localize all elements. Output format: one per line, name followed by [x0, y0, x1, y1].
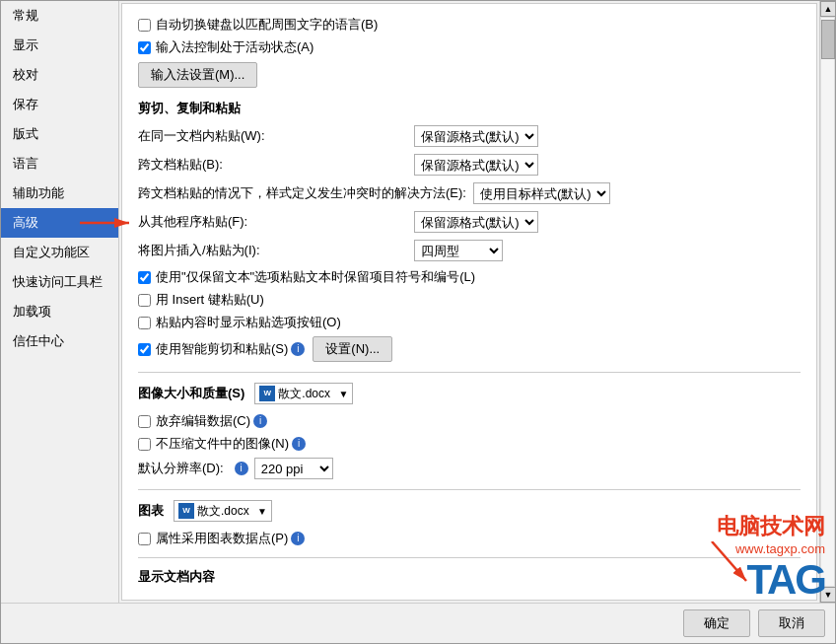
ime-active-label: 输入法控制处于活动状态(A): [156, 38, 314, 56]
smart-cut-checkbox[interactable]: [138, 343, 151, 356]
dialog-footer: 确定 取消: [1, 603, 835, 643]
paste-from-other-label: 从其他程序粘贴(F):: [138, 213, 414, 231]
sidebar-item-trust[interactable]: 信任中心: [1, 326, 118, 356]
chart-datapoint-checkbox[interactable]: [138, 533, 151, 545]
cancel-button[interactable]: 取消: [758, 609, 825, 637]
paste-insert-image-row: 将图片插入/粘贴为(I): 四周型 嵌入型 紧密型: [138, 240, 801, 261]
chart-datapoint-row: 属性采用图表数据点(P) i: [138, 530, 801, 547]
docx-icon-2: W: [178, 503, 194, 519]
discard-edit-row: 放弃编辑数据(C) i: [138, 412, 801, 430]
paste-same-doc-select[interactable]: 保留源格式(默认) 仅保留文本 合并格式: [415, 128, 537, 145]
divider-1: [138, 372, 801, 373]
resolution-info-icon[interactable]: i: [235, 462, 248, 475]
paste-cross-doc-row: 跨文档粘贴(B): 保留源格式(默认) 仅保留文本: [138, 154, 801, 176]
no-compress-info-icon[interactable]: i: [292, 437, 306, 451]
show-paste-btn-label: 粘贴内容时显示粘贴选项按钮(O): [156, 314, 341, 331]
paste-cross-doc-conflict-dropdown[interactable]: 使用目标样式(默认) 使用源格式: [473, 182, 610, 204]
keep-bullets-label: 使用"仅保留文本"选项粘贴文本时保留项目符号和编号(L): [156, 268, 475, 286]
docx-text-1: 散文.docx: [278, 386, 330, 402]
docx-text-2: 散文.docx: [197, 503, 249, 520]
chart-datapoint-info-icon[interactable]: i: [291, 532, 305, 545]
smart-cut-info-icon[interactable]: i: [291, 342, 305, 356]
use-insert-row: 用 Insert 键粘贴(U): [138, 291, 801, 309]
dialog-body: 常规 显示 校对 保存 版式 语言 辅助功能 高级 自定义功能区 快速访问工具栏…: [1, 1, 835, 603]
smart-cut-label: 使用智能剪切和粘贴(S): [156, 340, 288, 358]
chart-datapoint-label: 属性采用图表数据点(P): [156, 530, 288, 547]
paste-from-other-row: 从其他程序粘贴(F): 保留源格式(默认) 仅保留文本: [138, 211, 801, 233]
docx-icon-1: W: [259, 386, 275, 401]
smart-cut-settings-button[interactable]: 设置(N)...: [313, 336, 392, 362]
show-doc-title: 显示文档内容: [138, 568, 801, 586]
paste-same-doc-label: 在同一文档内粘贴(W):: [138, 127, 414, 145]
sidebar-item-accessibility[interactable]: 辅助功能: [1, 179, 118, 208]
paste-same-doc-row: 在同一文档内粘贴(W): 保留源格式(默认) 仅保留文本 合并格式: [138, 125, 801, 147]
show-paste-btn-checkbox[interactable]: [138, 317, 151, 329]
discard-edit-label: 放弃编辑数据(C): [156, 412, 250, 430]
divider-3: [138, 557, 801, 558]
paste-cross-doc-conflict-row: 跨文档粘贴的情况下，样式定义发生冲突时的解决方法(E): 使用目标样式(默认) …: [138, 182, 801, 204]
scroll-down-button[interactable]: ▼: [820, 587, 835, 603]
no-compress-checkbox[interactable]: [138, 438, 151, 451]
scroll-track: [820, 17, 835, 587]
paste-cross-doc-dropdown[interactable]: 保留源格式(默认) 仅保留文本: [414, 154, 538, 176]
chart-header-row: 图表 W 散文.docx ▼: [138, 500, 801, 522]
paste-from-other-dropdown[interactable]: 保留源格式(默认) 仅保留文本: [414, 211, 538, 233]
paste-cross-doc-label: 跨文档粘贴(B):: [138, 156, 414, 174]
use-insert-label: 用 Insert 键粘贴(U): [156, 291, 264, 309]
resolution-row: 默认分辨率(D): i 220 ppi 150 ppi 96 ppi: [138, 458, 801, 479]
sidebar-item-save[interactable]: 保存: [1, 90, 118, 119]
image-quality-docx-selector[interactable]: W 散文.docx ▼: [254, 383, 353, 404]
paste-from-other-select[interactable]: 保留源格式(默认) 仅保留文本: [415, 214, 537, 231]
chart-title: 图表: [138, 502, 164, 520]
image-quality-title: 图像大小和质量(S): [138, 385, 244, 402]
sidebar-item-calibrate[interactable]: 校对: [1, 60, 118, 90]
resolution-select[interactable]: 220 ppi 150 ppi 96 ppi: [255, 461, 332, 477]
resolution-label: 默认分辨率(D):: [138, 460, 224, 477]
discard-edit-info-icon[interactable]: i: [253, 414, 267, 428]
docx-dropdown-arrow-1: ▼: [338, 389, 348, 399]
auto-switch-keyboard-checkbox[interactable]: [138, 19, 151, 32]
no-compress-row: 不压缩文件中的图像(N) i: [138, 435, 801, 453]
scroll-thumb[interactable]: [821, 20, 835, 59]
ok-button[interactable]: 确定: [683, 609, 750, 637]
sidebar-item-language[interactable]: 语言: [1, 149, 118, 179]
keep-bullets-checkbox[interactable]: [138, 271, 151, 284]
paste-same-doc-dropdown[interactable]: 保留源格式(默认) 仅保留文本 合并格式: [414, 125, 538, 147]
smart-cut-row: 使用智能剪切和粘贴(S) i 设置(N)...: [138, 336, 801, 362]
settings-dialog: 常规 显示 校对 保存 版式 语言 辅助功能 高级 自定义功能区 快速访问工具栏…: [0, 0, 836, 644]
paste-insert-image-select[interactable]: 四周型 嵌入型 紧密型: [415, 243, 502, 259]
sidebar-item-customize[interactable]: 自定义功能区: [1, 238, 118, 267]
scrollbar-right: ▲ ▼: [819, 1, 835, 603]
sidebar: 常规 显示 校对 保存 版式 语言 辅助功能 高级 自定义功能区 快速访问工具栏…: [1, 1, 119, 603]
show-paste-btn-row: 粘贴内容时显示粘贴选项按钮(O): [138, 314, 801, 331]
sidebar-item-general[interactable]: 常规: [1, 1, 118, 31]
sidebar-item-quickaccess[interactable]: 快速访问工具栏: [1, 267, 118, 297]
discard-edit-checkbox[interactable]: [138, 415, 151, 428]
cut-copy-paste-title: 剪切、复制和粘贴: [138, 100, 801, 117]
paste-insert-image-dropdown[interactable]: 四周型 嵌入型 紧密型: [414, 240, 503, 261]
paste-insert-image-label: 将图片插入/粘贴为(I):: [138, 242, 414, 259]
use-insert-checkbox[interactable]: [138, 294, 151, 307]
sidebar-item-advanced[interactable]: 高级: [1, 208, 118, 238]
paste-cross-doc-conflict-label: 跨文档粘贴的情况下，样式定义发生冲突时的解决方法(E):: [138, 184, 473, 202]
auto-switch-keyboard-label: 自动切换键盘以匹配周围文字的语言(B): [156, 16, 378, 34]
divider-2: [138, 489, 801, 490]
sidebar-item-display[interactable]: 显示: [1, 31, 118, 60]
resolution-dropdown[interactable]: 220 ppi 150 ppi 96 ppi: [254, 458, 333, 479]
chart-docx-selector[interactable]: W 散文.docx ▼: [174, 500, 272, 522]
sidebar-item-format[interactable]: 版式: [1, 119, 118, 149]
sidebar-item-addins[interactable]: 加载项: [1, 297, 118, 326]
paste-cross-doc-conflict-select[interactable]: 使用目标样式(默认) 使用源格式: [474, 185, 609, 202]
ime-settings-row: 输入法设置(M)...: [138, 62, 801, 88]
image-quality-header-row: 图像大小和质量(S) W 散文.docx ▼: [138, 383, 801, 404]
main-content: 自动切换键盘以匹配周围文字的语言(B) 输入法控制处于活动状态(A) 输入法设置…: [121, 3, 817, 601]
ime-active-row: 输入法控制处于活动状态(A): [138, 38, 801, 56]
keep-bullets-row: 使用"仅保留文本"选项粘贴文本时保留项目符号和编号(L): [138, 268, 801, 286]
docx-dropdown-arrow-2: ▼: [257, 506, 267, 517]
auto-switch-keyboard-row: 自动切换键盘以匹配周围文字的语言(B): [138, 16, 801, 34]
ime-settings-button[interactable]: 输入法设置(M)...: [138, 62, 257, 88]
ime-active-checkbox[interactable]: [138, 41, 151, 54]
scroll-up-button[interactable]: ▲: [820, 1, 835, 17]
no-compress-label: 不压缩文件中的图像(N): [156, 435, 289, 453]
paste-cross-doc-select[interactable]: 保留源格式(默认) 仅保留文本: [415, 157, 537, 174]
